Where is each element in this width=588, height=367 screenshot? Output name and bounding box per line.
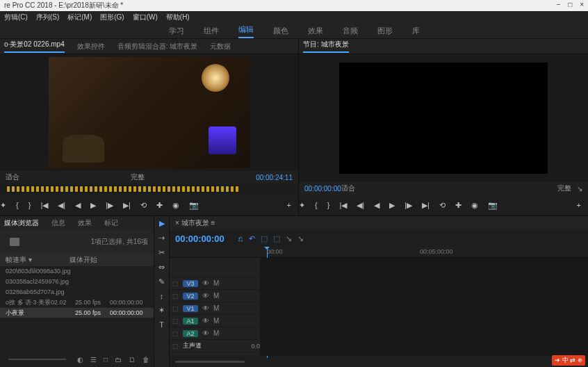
transport-button[interactable]: ⟲	[140, 201, 147, 210]
transport-button[interactable]: ✦	[0, 201, 6, 210]
project-item[interactable]: 030358acl2459976.jpg	[0, 277, 154, 287]
marker[interactable]	[143, 186, 146, 192]
timeline-tool-icon[interactable]: ⬚	[273, 234, 280, 243]
tool-button[interactable]: ↕	[160, 292, 164, 300]
transport-button[interactable]: 📷	[189, 201, 199, 210]
timeline-timecode[interactable]: 00:00:00:00	[175, 234, 224, 244]
marker[interactable]	[46, 186, 49, 192]
add-button[interactable]: +	[287, 201, 291, 209]
tool-button[interactable]: ✶	[158, 306, 165, 315]
marker[interactable]	[197, 186, 199, 192]
transport-button[interactable]: ▶	[389, 201, 395, 210]
marker[interactable]	[31, 186, 34, 192]
timeline-tool-icon[interactable]: ⬚	[261, 234, 268, 243]
timeline-tool-icon[interactable]: ↘	[286, 234, 292, 243]
lock-icon[interactable]: ⬚	[172, 293, 179, 300]
eye-icon[interactable]: 👁	[202, 317, 209, 325]
project-tab[interactable]: 信息	[51, 218, 65, 228]
program-viewer[interactable]	[299, 54, 588, 182]
marker[interactable]	[192, 186, 195, 192]
col-framerate[interactable]: 帧速率 ▾	[0, 255, 70, 265]
marker[interactable]	[206, 186, 209, 192]
marker[interactable]	[133, 186, 136, 192]
tool-button[interactable]: ⇔	[158, 263, 165, 272]
marker[interactable]	[70, 186, 73, 192]
transport-button[interactable]: ▶	[90, 201, 96, 210]
marker[interactable]	[187, 186, 190, 192]
minimize-button[interactable]: −	[557, 1, 561, 8]
lock-icon[interactable]: ⬚	[172, 305, 179, 312]
mute-icon[interactable]: M	[213, 329, 219, 337]
marker[interactable]	[202, 186, 204, 192]
marker[interactable]	[182, 186, 185, 192]
marker[interactable]	[226, 186, 229, 192]
marker[interactable]	[51, 186, 54, 192]
marker[interactable]	[158, 186, 161, 192]
project-action-icon[interactable]: 🗋	[129, 356, 136, 364]
timeline-tab[interactable]: × 城市夜景 ≡	[175, 218, 215, 228]
transport-button[interactable]: ✚	[156, 201, 163, 210]
col-mediastart[interactable]: 媒体开始	[70, 255, 154, 265]
tool-button[interactable]: ▶	[159, 219, 165, 228]
timeline-tool-icon[interactable]: ⎌	[238, 234, 243, 243]
marker[interactable]	[129, 186, 131, 192]
tool-button[interactable]: T	[159, 320, 164, 329]
track-label[interactable]: A1	[183, 318, 198, 325]
tool-button[interactable]: ⇢	[158, 234, 165, 243]
transport-button[interactable]: ✚	[455, 201, 462, 210]
menu-item[interactable]: 标记(M)	[67, 13, 92, 22]
marker[interactable]	[17, 186, 19, 192]
maximize-button[interactable]: □	[568, 1, 572, 8]
tool-button[interactable]: ✂	[158, 248, 165, 257]
marker[interactable]	[85, 186, 88, 192]
marker[interactable]	[99, 186, 102, 192]
transport-button[interactable]: ◉	[471, 201, 478, 210]
eye-icon[interactable]: 👁	[202, 292, 209, 300]
marker[interactable]	[80, 186, 83, 192]
marker[interactable]	[26, 186, 29, 192]
marker[interactable]	[114, 186, 117, 192]
lock-icon[interactable]: ⬚	[172, 330, 179, 337]
marker[interactable]	[153, 186, 156, 192]
timeline-ruler[interactable]: 00:0000:05:00:00	[170, 247, 588, 258]
track-area[interactable]	[260, 258, 588, 356]
workspace-tab[interactable]: 库	[412, 26, 420, 36]
transport-button[interactable]: ◀	[374, 201, 379, 210]
project-action-icon[interactable]: 🗀	[115, 356, 122, 364]
track-header[interactable]: ⬚A2👁M	[170, 327, 260, 340]
mute-icon[interactable]: M	[213, 304, 219, 312]
transport-button[interactable]: ⟲	[439, 201, 446, 210]
transport-button[interactable]: ◀	[75, 201, 81, 210]
marker[interactable]	[90, 186, 92, 192]
menu-item[interactable]: 图形(G)	[100, 13, 124, 22]
transport-button[interactable]: 📷	[488, 201, 498, 210]
marker[interactable]	[138, 186, 141, 192]
workspace-tab[interactable]: 组件	[204, 26, 219, 36]
marker[interactable]	[60, 186, 63, 192]
project-item[interactable]: 03286ab65d707a.jpg	[0, 287, 154, 297]
track-header[interactable]: ⬚V2👁M	[170, 290, 260, 302]
track-label[interactable]: A2	[183, 330, 198, 337]
menu-item[interactable]: 剪辑(C)	[4, 13, 28, 22]
transport-button[interactable]: |◀	[339, 201, 347, 210]
source-timecode[interactable]: 00:00:24:11	[256, 174, 293, 181]
marker[interactable]	[36, 186, 39, 192]
project-tab[interactable]: 标记	[104, 218, 118, 228]
program-fit-selector[interactable]: 适合	[341, 184, 355, 193]
transport-button[interactable]: ▶|	[123, 201, 131, 210]
source-panel-tab[interactable]: 效果控件	[77, 42, 105, 51]
project-tab[interactable]: 效果	[78, 218, 92, 228]
source-marker-strip[interactable]	[0, 184, 298, 195]
source-panel-tab[interactable]: o·美景02 0226.mp4	[4, 40, 65, 53]
marker[interactable]	[231, 186, 234, 192]
project-action-icon[interactable]: □	[104, 356, 108, 364]
track-label[interactable]: V3	[183, 280, 198, 287]
zoom-slider[interactable]	[175, 361, 245, 363]
bin-icon[interactable]	[10, 238, 19, 246]
transport-button[interactable]: }	[327, 201, 330, 209]
eye-icon[interactable]: 👁	[202, 329, 209, 337]
marker[interactable]	[172, 186, 175, 192]
transport-button[interactable]: |◀	[40, 201, 48, 210]
marker[interactable]	[221, 186, 224, 192]
workspace-tab[interactable]: 颜色	[273, 26, 288, 36]
